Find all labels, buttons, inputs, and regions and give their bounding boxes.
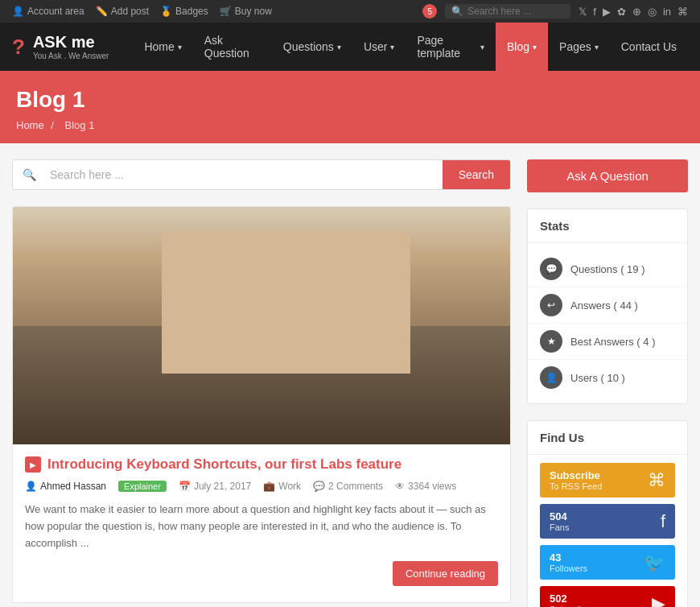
logo[interactable]: ? ASK me You Ask . We Answer (12, 33, 109, 60)
article-meta: 👤 Ahmed Hassan Explainer 📅 July 21, 2017… (25, 481, 498, 492)
top-bar: 👤 Account area ✏️ Add post 🏅 Badges 🛒 Bu… (0, 0, 700, 23)
blog-arrow: ▾ (533, 43, 537, 52)
article-title-link[interactable]: Introducing Keyboard Shortcuts, our firs… (47, 456, 401, 473)
article-card: ▶ Introducing Keyboard Shortcuts, our fi… (12, 206, 511, 603)
stat-questions[interactable]: 💬 Questions ( 19 ) (528, 251, 687, 287)
nav-user[interactable]: User ▾ (352, 23, 406, 71)
breadcrumb-home[interactable]: Home (16, 119, 44, 131)
article-hero-image (13, 207, 510, 444)
facebook-follow-button[interactable]: 504 Fans f (540, 504, 675, 539)
nav-pages[interactable]: Pages ▾ (548, 23, 610, 71)
fb-info: 504 Fans (550, 510, 569, 532)
stats-list: 💬 Questions ( 19 ) ↩ Answers ( 44 ) ★ Be… (528, 243, 687, 403)
stats-widget: Stats 💬 Questions ( 19 ) ↩ Answers ( 44 … (527, 209, 688, 404)
stats-widget-title: Stats (528, 209, 687, 243)
best-answers-stat-label: Best Answers ( 4 ) (570, 336, 655, 348)
meta-date: 📅 July 21, 2017 (179, 481, 251, 492)
top-search-box: 🔍 (445, 4, 570, 19)
fb-sub: Fans (550, 522, 569, 532)
article-title-row: ▶ Introducing Keyboard Shortcuts, our fi… (25, 456, 498, 473)
top-search-input[interactable] (467, 6, 564, 17)
page-title: Blog 1 (16, 87, 684, 113)
add-post-link[interactable]: ✏️ Add post (96, 6, 149, 17)
yt-count: 502 (550, 593, 596, 605)
meta-author: 👤 Ahmed Hassan (25, 481, 106, 492)
meta-comments: 💬 2 Comments (313, 481, 383, 492)
home-arrow: ▾ (178, 43, 182, 52)
nav-menu: Home ▾ Ask Question Questions ▾ User ▾ P… (133, 23, 609, 71)
fb-count: 504 (550, 510, 569, 522)
tw-sub: Followers (550, 564, 587, 573)
user-arrow: ▾ (390, 43, 394, 52)
rss-icon[interactable]: ⌘ (677, 6, 688, 18)
comments-icon: 💬 (313, 481, 325, 492)
breadcrumb: Home / Blog 1 (16, 119, 684, 131)
nav-questions[interactable]: Questions ▾ (272, 23, 352, 71)
breadcrumb-current: Blog 1 (65, 119, 95, 131)
rss-title: Subscribe (550, 469, 602, 481)
article-body: ▶ Introducing Keyboard Shortcuts, our fi… (13, 444, 510, 602)
page-template-arrow: ▾ (480, 43, 484, 52)
facebook-icon[interactable]: f (593, 6, 596, 18)
top-bar-right: 5 🔍 𝕏 f ▶ ✿ ⊕ ◎ in ⌘ (422, 4, 688, 19)
find-us-widget: Find Us Subscribe To RSS Feed ⌘ 504 Fans… (527, 420, 688, 607)
account-area-link[interactable]: 👤 Account area (12, 6, 84, 17)
youtube-logo-icon: ▶ (652, 593, 665, 608)
rss-logo-icon: ⌘ (648, 470, 665, 491)
badges-link[interactable]: 🏅 Badges (160, 6, 208, 17)
meta-category: 💼 Work (263, 481, 301, 492)
best-answers-stat-icon: ★ (540, 330, 562, 353)
category-icon: 💼 (263, 481, 275, 492)
youtube-icon[interactable]: ▶ (603, 6, 611, 18)
notification-badge[interactable]: 5 (422, 4, 437, 19)
logo-tagline: You Ask . We Answer (33, 52, 109, 60)
views-icon: 👁 (395, 481, 405, 492)
social-icons: 𝕏 f ▶ ✿ ⊕ ◎ in ⌘ (579, 6, 688, 18)
article-excerpt: We want to make it easier to learn more … (25, 502, 498, 551)
rss-follow-button[interactable]: Subscribe To RSS Feed ⌘ (540, 463, 675, 498)
twitter-icon[interactable]: 𝕏 (579, 6, 587, 18)
questions-stat-icon: 💬 (540, 258, 562, 280)
main-nav: ? ASK me You Ask . We Answer Home ▾ Ask … (0, 23, 700, 71)
rss-info: Subscribe To RSS Feed (550, 469, 602, 491)
logo-brand: ASK me (33, 33, 109, 52)
users-stat-icon: 👤 (540, 366, 562, 389)
search-input[interactable] (46, 160, 443, 189)
instagram-icon[interactable]: ◎ (648, 6, 657, 18)
nav-page-template[interactable]: Page template ▾ (406, 23, 496, 71)
breadcrumb-separator: / (51, 119, 56, 131)
stat-best-answers[interactable]: ★ Best Answers ( 4 ) (528, 324, 687, 360)
author-name: Ahmed Hassan (40, 481, 106, 492)
search-bar: 🔍 Search (12, 159, 511, 190)
flickr-icon[interactable]: ✿ (617, 6, 626, 18)
continue-reading-button[interactable]: Continue reading (393, 561, 498, 586)
article-label-badge[interactable]: Explainer (118, 481, 167, 492)
top-search-icon: 🔍 (451, 6, 463, 17)
stat-answers[interactable]: ↩ Answers ( 44 ) (528, 287, 687, 324)
stat-users[interactable]: 👤 Users ( 10 ) (528, 360, 687, 395)
rss-sub: To RSS Feed (550, 481, 602, 491)
youtube-follow-button[interactable]: 502 Subscribers ▶ (540, 586, 675, 607)
nav-ask-question[interactable]: Ask Question (193, 23, 272, 71)
date-icon: 📅 (179, 481, 191, 492)
twitter-follow-button[interactable]: 43 Followers 🐦 (540, 545, 675, 580)
questions-stat-label: Questions ( 19 ) (570, 263, 645, 275)
answers-stat-icon: ↩ (540, 294, 562, 316)
search-button[interactable]: Search (443, 160, 510, 189)
nav-blog[interactable]: Blog ▾ (496, 23, 548, 71)
facebook-logo-icon: f (661, 511, 665, 532)
nav-contact[interactable]: Contact Us (610, 23, 688, 71)
top-bar-left: 👤 Account area ✏️ Add post 🏅 Badges 🛒 Bu… (12, 6, 272, 17)
find-us-widget-title: Find Us (528, 421, 687, 455)
author-icon: 👤 (25, 481, 37, 492)
linkedin-icon[interactable]: in (663, 6, 671, 18)
questions-arrow: ▾ (337, 43, 341, 52)
logo-icon: ? (12, 35, 25, 60)
500px-icon[interactable]: ⊕ (632, 6, 641, 18)
nav-home[interactable]: Home ▾ (133, 23, 192, 71)
page-header: Blog 1 Home / Blog 1 (0, 71, 700, 143)
tw-info: 43 Followers (550, 551, 587, 573)
buy-now-link[interactable]: 🛒 Buy now (220, 6, 272, 17)
ask-question-button[interactable]: Ask A Question (527, 159, 688, 192)
main-container: 🔍 Search ▶ Introducing Keyboard Shortcut… (0, 143, 700, 607)
